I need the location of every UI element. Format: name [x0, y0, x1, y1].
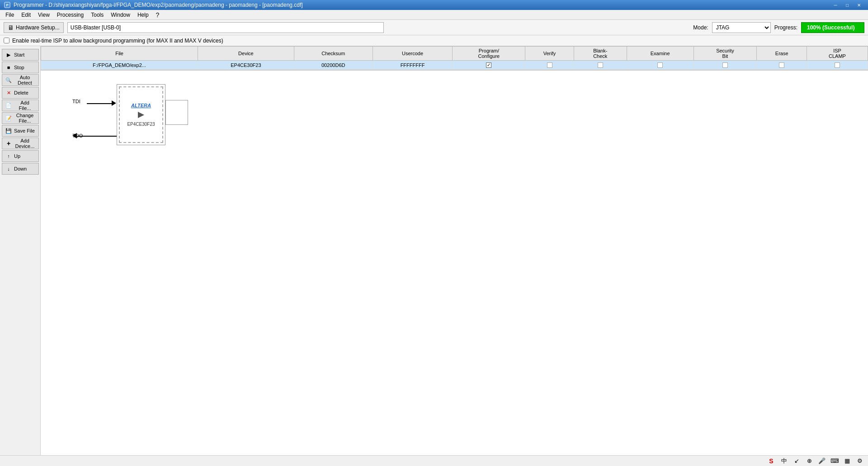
up-icon: ↑ [5, 152, 12, 160]
isp-checkbox[interactable] [4, 38, 9, 43]
toolbar: 🖥 Hardware Setup... USB-Blaster [USB-0] … [0, 20, 868, 35]
window-title: Programmer - D:/shiyanxiangshiyan/fpga-l… [14, 2, 830, 8]
erase-checkbox[interactable] [779, 62, 784, 68]
change-file-button[interactable]: 📝 Change File... [2, 112, 39, 124]
hardware-setup-icon: 🖥 [8, 24, 14, 31]
sidebar: ▶ Start ■ Stop 🔍 Auto Detect ✕ Delete 📄 … [0, 46, 41, 466]
progress-label: Progress: [774, 24, 797, 31]
menu-view[interactable]: View [34, 10, 53, 19]
play-button-icon[interactable] [138, 112, 144, 118]
menu-bar: File Edit View Processing Tools Window H… [0, 10, 868, 20]
save-file-label: Save File [14, 128, 35, 133]
sonar-icon[interactable]: S [767, 456, 776, 466]
cell-erase[interactable] [757, 61, 807, 70]
delete-icon: ✕ [5, 89, 12, 96]
auto-detect-label: Auto Detect [14, 75, 36, 86]
menu-help[interactable]: Help [134, 10, 152, 19]
table-row[interactable]: F:/FPGA_DEMO/exp2... EP4CE30F23 00200D6D… [41, 61, 868, 70]
start-button[interactable]: ▶ Start [2, 49, 39, 61]
col-isp-clamp: ISPCLAMP [807, 47, 868, 61]
tdo-arrowhead [72, 133, 77, 138]
arrow-icon[interactable]: ↙ [792, 456, 801, 466]
help-icon[interactable]: ⊕ [805, 456, 814, 466]
cell-verify[interactable] [525, 61, 574, 70]
blank-check-checkbox[interactable] [598, 62, 603, 68]
add-device-icon: + [5, 140, 12, 147]
stop-button[interactable]: ■ Stop [2, 62, 39, 73]
delete-label: Delete [14, 90, 28, 95]
up-button[interactable]: ↑ Up [2, 150, 39, 162]
col-verify: Verify [525, 47, 574, 61]
chip-brand-label[interactable]: ALTERA [131, 103, 151, 108]
isp-label: Enable real-time ISP to allow background… [12, 38, 223, 44]
fpga-diagram: TDI ALTERA EP4CE30F23 [68, 80, 203, 152]
display-icon[interactable]: ▦ [843, 456, 852, 466]
minimize-button[interactable]: ─ [830, 1, 841, 9]
progress-value: 100% (Successful) [801, 22, 864, 33]
col-security: SecurityBit [693, 47, 757, 61]
programming-table: File Device Checksum Usercode Program/Co… [41, 46, 868, 70]
hardware-value: USB-Blaster [USB-0] [67, 22, 384, 33]
menu-tools[interactable]: Tools [87, 10, 107, 19]
stop-icon: ■ [5, 64, 12, 71]
menu-extra[interactable]: ? [152, 10, 163, 19]
cell-usercode: FFFFFFFF [373, 61, 453, 70]
add-device-button[interactable]: + Add Device... [2, 138, 39, 149]
maximize-button[interactable]: □ [842, 1, 853, 9]
tdi-arrow-line [87, 103, 113, 104]
verify-checkbox[interactable] [547, 62, 552, 68]
change-file-icon: 📝 [5, 114, 12, 122]
status-bar: S 中 ↙ ⊕ 🎤 ⌨ ▦ ⚙ [0, 455, 868, 466]
hardware-setup-button[interactable]: 🖥 Hardware Setup... [4, 22, 64, 33]
add-file-label: Add File... [14, 100, 36, 111]
chip-name-label: EP4CE30F23 [127, 122, 155, 127]
col-program: Program/Configure [453, 47, 525, 61]
content-area: File Device Checksum Usercode Program/Co… [41, 46, 868, 466]
program-checkbox[interactable]: ✓ [486, 62, 491, 68]
save-file-icon: 💾 [5, 127, 12, 134]
col-blank-check: Blank-Check [574, 47, 627, 61]
settings-icon[interactable]: ⚙ [855, 456, 864, 466]
mic-icon[interactable]: 🎤 [817, 456, 826, 466]
cell-blank-check[interactable] [574, 61, 627, 70]
security-checkbox[interactable] [722, 62, 728, 68]
col-file: File [41, 47, 198, 61]
cell-isp-clamp[interactable] [807, 61, 868, 70]
cell-checksum: 00200D6D [294, 61, 373, 70]
delete-button[interactable]: ✕ Delete [2, 87, 39, 99]
menu-window[interactable]: Window [107, 10, 134, 19]
down-button[interactable]: ↓ Down [2, 163, 39, 175]
isp-row: Enable real-time ISP to allow background… [0, 35, 868, 46]
down-icon: ↓ [5, 165, 12, 172]
col-examine: Examine [627, 47, 693, 61]
cell-security[interactable] [693, 61, 757, 70]
cell-device: EP4CE30F23 [198, 61, 294, 70]
auto-detect-button[interactable]: 🔍 Auto Detect [2, 74, 39, 86]
stop-label: Stop [14, 65, 24, 70]
cell-file: F:/FPGA_DEMO/exp2... [41, 61, 198, 70]
start-label: Start [14, 52, 24, 57]
add-file-icon: 📄 [5, 102, 12, 109]
isp-clamp-checkbox[interactable] [835, 62, 840, 68]
mode-select[interactable]: JTAG Active Serial Passive Serial [712, 22, 771, 33]
auto-detect-icon: 🔍 [5, 76, 12, 84]
keyboard-icon[interactable]: ⌨ [830, 456, 839, 466]
menu-edit[interactable]: Edit [18, 10, 34, 19]
cell-examine[interactable] [627, 61, 693, 70]
change-file-label: Change File... [14, 113, 36, 124]
main-area: ▶ Start ■ Stop 🔍 Auto Detect ✕ Delete 📄 … [0, 46, 868, 466]
start-icon: ▶ [5, 51, 12, 58]
tdo-arrow-line [77, 136, 117, 137]
close-button[interactable]: ✕ [854, 1, 864, 9]
canvas-area: TDI ALTERA EP4CE30F23 [41, 71, 868, 466]
menu-file[interactable]: File [2, 10, 18, 19]
examine-checkbox[interactable] [657, 62, 663, 68]
chinese-input-icon[interactable]: 中 [779, 456, 788, 466]
hardware-setup-label: Hardware Setup... [16, 24, 60, 31]
add-file-button[interactable]: 📄 Add File... [2, 100, 39, 111]
menu-processing[interactable]: Processing [53, 10, 87, 19]
svg-text:P: P [6, 3, 8, 7]
cell-program[interactable]: ✓ [453, 61, 525, 70]
up-label: Up [14, 153, 20, 159]
save-file-button[interactable]: 💾 Save File [2, 125, 39, 137]
